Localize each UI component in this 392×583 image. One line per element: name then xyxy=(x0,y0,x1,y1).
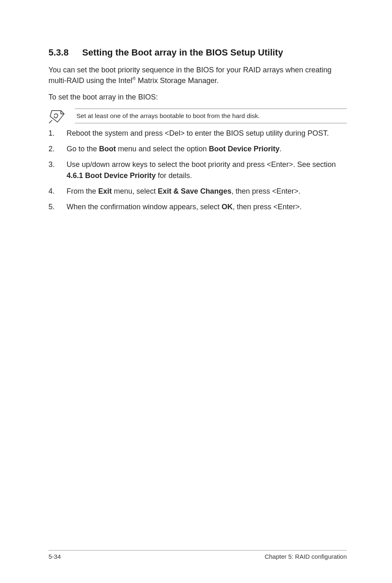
intro-text-post: Matrix Storage Manager. xyxy=(136,76,219,85)
page-number: 5-34 xyxy=(48,553,61,560)
step-2-e: . xyxy=(279,145,281,153)
note-row: Set at least one of the arrays bootable … xyxy=(48,108,347,124)
step-2-a: Go to the xyxy=(67,145,99,153)
step-2-c: menu and select the option xyxy=(116,145,209,153)
registered-mark: ® xyxy=(132,76,136,81)
step-3: Use up/down arrow keys to select the boo… xyxy=(48,159,347,180)
step-4-d: Exit & Save Changes xyxy=(158,187,231,195)
section-heading: 5.3.8Setting the Boot array in the BIOS … xyxy=(48,47,347,58)
page-footer: 5-34 Chapter 5: RAID configuration xyxy=(48,550,347,560)
intro-paragraph: You can set the boot priority sequence i… xyxy=(48,65,347,86)
lead-in-paragraph: To set the boot array in the BIOS: xyxy=(48,92,347,102)
note-icon xyxy=(48,108,75,124)
step-4-e: , then press <Enter>. xyxy=(231,187,300,195)
step-4-c: menu, select xyxy=(112,187,158,195)
step-3-b: 4.6.1 Boot Device Priority xyxy=(67,171,156,180)
step-5: When the confirmation window appears, se… xyxy=(48,201,347,212)
step-3-a: Use up/down arrow keys to select the boo… xyxy=(67,160,336,169)
step-1: Reboot the system and press <Del> to ent… xyxy=(48,128,347,139)
step-3-c: for details. xyxy=(156,171,192,180)
step-4-b: Exit xyxy=(98,187,112,195)
step-4-a: From the xyxy=(67,187,98,195)
note-text: Set at least one of the arrays bootable … xyxy=(75,109,347,123)
step-4: From the Exit menu, select Exit & Save C… xyxy=(48,186,347,197)
step-2-d: Boot Device Priority xyxy=(209,145,279,153)
step-5-c: , then press <Enter>. xyxy=(233,203,302,211)
section-title: Setting the Boot array in the BIOS Setup… xyxy=(82,47,283,58)
step-2-b: Boot xyxy=(99,145,116,153)
step-1-text: Reboot the system and press <Del> to ent… xyxy=(67,129,329,137)
step-5-a: When the confirmation window appears, se… xyxy=(67,203,221,211)
section-number: 5.3.8 xyxy=(48,47,82,58)
step-5-b: OK xyxy=(221,203,233,211)
step-2: Go to the Boot menu and select the optio… xyxy=(48,143,347,154)
steps-list: Reboot the system and press <Del> to ent… xyxy=(48,128,347,212)
chapter-label: Chapter 5: RAID configuration xyxy=(265,553,347,560)
